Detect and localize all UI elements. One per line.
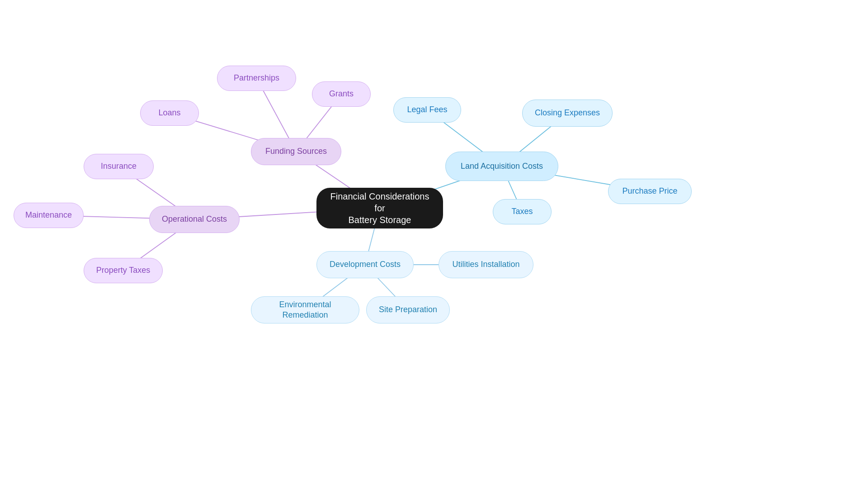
funding-sources-node: Funding Sources xyxy=(251,138,341,165)
insurance-label: Insurance xyxy=(101,161,137,171)
taxes-label: Taxes xyxy=(511,206,533,217)
utilities-installation-label: Utilities Installation xyxy=(452,259,519,270)
site-preparation-node: Site Preparation xyxy=(366,296,450,323)
partnerships-node: Partnerships xyxy=(217,66,296,91)
center-node: Financial Considerations forBattery Stor… xyxy=(316,188,443,228)
land-acquisition-node: Land Acquisition Costs xyxy=(445,152,558,181)
development-costs-label: Development Costs xyxy=(330,259,401,270)
site-preparation-label: Site Preparation xyxy=(379,304,437,315)
property-taxes-node: Property Taxes xyxy=(84,258,163,283)
grants-node: Grants xyxy=(312,81,371,107)
operational-costs-node: Operational Costs xyxy=(149,206,240,233)
purchase-price-label: Purchase Price xyxy=(622,186,677,196)
closing-expenses-label: Closing Expenses xyxy=(535,108,600,118)
taxes-node: Taxes xyxy=(493,199,552,224)
utilities-installation-node: Utilities Installation xyxy=(439,251,533,278)
land-acquisition-label: Land Acquisition Costs xyxy=(461,161,543,171)
center-label: Financial Considerations forBattery Stor… xyxy=(326,190,433,226)
environmental-remediation-label: Environmental Remediation xyxy=(261,300,349,321)
loans-node: Loans xyxy=(140,100,199,126)
partnerships-label: Partnerships xyxy=(234,73,279,83)
legal-fees-label: Legal Fees xyxy=(407,105,447,115)
operational-costs-label: Operational Costs xyxy=(162,214,227,224)
maintenance-label: Maintenance xyxy=(25,210,72,220)
insurance-node: Insurance xyxy=(84,154,154,179)
property-taxes-label: Property Taxes xyxy=(96,265,151,276)
loans-label: Loans xyxy=(158,108,180,118)
maintenance-node: Maintenance xyxy=(14,203,84,228)
closing-expenses-node: Closing Expenses xyxy=(522,100,613,127)
grants-label: Grants xyxy=(329,89,354,99)
funding-sources-label: Funding Sources xyxy=(265,146,327,157)
legal-fees-node: Legal Fees xyxy=(393,97,461,123)
development-costs-node: Development Costs xyxy=(316,251,414,278)
environmental-remediation-node: Environmental Remediation xyxy=(251,296,359,323)
purchase-price-node: Purchase Price xyxy=(608,179,692,204)
